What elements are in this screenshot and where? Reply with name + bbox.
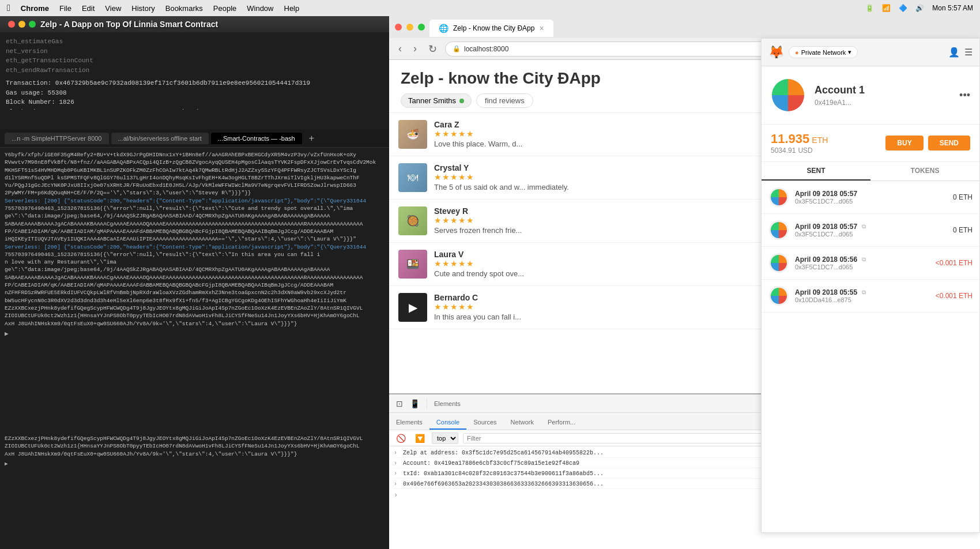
mm-menu-icon[interactable]: ☰ (964, 47, 973, 58)
apple-menu[interactable]:  (7, 3, 10, 13)
min-btn[interactable] (18, 21, 25, 28)
close-btn[interactable] (8, 21, 15, 28)
console-text: 0x496e766f6963653a2023343030386636333632… (403, 481, 604, 487)
console-clear-btn[interactable]: 🚫 (394, 433, 408, 444)
menu-view[interactable]: View (105, 4, 121, 13)
network-label: Private Network (801, 49, 846, 56)
menu-help[interactable]: Help (284, 4, 300, 13)
review-avatar: 🍜 (398, 120, 427, 149)
mm-tx-icon (768, 253, 789, 273)
mm-tx-hash: 0x3F5C1DC7...d065 (795, 231, 947, 238)
devtools-device-btn[interactable]: 📱 (408, 398, 422, 409)
user-badge: Tanner Smiths (401, 93, 472, 108)
terminal-line: eth_sendRawTransaction (6, 66, 383, 76)
main-title-text: Zelp - A Dapp on Top Of Linnia Smart Con… (40, 20, 218, 29)
mm-balance-actions: BUY SEND (885, 136, 970, 151)
mm-buy-button[interactable]: BUY (885, 136, 923, 151)
code-line: 2PyWMY/FM+p6KdQOuqNH+CE/F/P/2Q=='\",\"st… (5, 189, 385, 197)
time-display: Mon 5:57 AM (932, 4, 973, 12)
browser-close-btn[interactable] (395, 24, 402, 31)
lock-icon: 🔒 (453, 45, 461, 52)
review-avatar: 🥘 (398, 206, 427, 235)
menu-people[interactable]: People (213, 4, 236, 13)
code-line: 755703976490463_1523267815136({\"error\"… (5, 251, 385, 258)
browser-tab[interactable]: 🌐 Zelp - Know the City ĐApp × (429, 20, 553, 37)
code-line: FP/CABEIADIAM/qK/AABEIADIAM/qMAPAAAAEAAA… (5, 281, 385, 289)
devtools-panel-name: Elements (434, 400, 461, 407)
mm-tx-icon (768, 285, 789, 306)
devtools-tab-network[interactable]: Network (504, 416, 541, 430)
copy-icon[interactable]: ⧉ (862, 289, 866, 296)
mm-eth-amount: 11.935 (771, 131, 809, 146)
terminal-line: eth_estimateGas (6, 37, 383, 47)
mm-header-right: 👤 ☰ (948, 47, 973, 58)
tab-serverless[interactable]: ...al/bin/serverless offline start (111, 133, 209, 144)
browser-min-btn[interactable] (406, 24, 413, 31)
copy-icon[interactable]: ⧉ (862, 223, 866, 230)
code-line: Serverless: [200] {"statusCode":200,"hea… (5, 243, 385, 251)
mm-tx-date: April 09 2018 05:55 (795, 288, 857, 296)
forward-btn[interactable]: › (410, 42, 420, 56)
mm-network-badge[interactable]: ● Private Network ▾ (789, 46, 858, 58)
console-filter-toggle[interactable]: 🔽 (413, 433, 427, 444)
mm-tab-tokens[interactable]: TOKENS (870, 162, 979, 181)
mm-tx-amount: 0 ETH (953, 193, 973, 201)
menu-file[interactable]: File (59, 4, 71, 13)
mm-tx-info: April 09 2018 05:56 ⧉ 0x3F5C1DC7...d065 (795, 255, 930, 270)
browser-max-btn[interactable] (418, 24, 425, 31)
tab-bash[interactable]: ...Smart-Contracts — -bash (211, 133, 302, 144)
mm-account-section: Account 1 0x419eA1... ••• (762, 66, 979, 125)
devtools-tab-performance[interactable]: Perform... (541, 416, 582, 430)
devtools-tab-console[interactable]: Console (429, 416, 466, 430)
menu-bookmarks[interactable]: Bookmarks (165, 4, 203, 13)
metamask-fox-icon: 🦊 (768, 45, 784, 60)
user-active-dot (459, 99, 464, 103)
mm-account-options-btn[interactable]: ••• (959, 89, 970, 101)
code-line: nZFHFRDSzRWRFUE5ERkdIUFVCQkpLWlRfVnBmbjN… (5, 289, 385, 296)
mm-usd-amount: 5034.91 (771, 146, 796, 155)
volume-icon: 🔊 (915, 4, 924, 12)
terminal-tabs: ...n -m SimpleHTTPServer 8000 ...al/bin/… (0, 129, 389, 148)
menu-window[interactable]: Window (247, 4, 273, 13)
mm-account-address: 0x419eA1... (815, 99, 865, 107)
console-text: txId: 0xab1a301c84c028f32c89163c37544b3e… (403, 471, 604, 477)
mac-menubar:  Chrome File Edit View History Bookmark… (0, 0, 980, 16)
terminal-bottom: EZzXXBCxezjPHnk8ydefifGQegScypHFWCWQDg4T… (0, 431, 389, 549)
mm-tx-amount: <0.001 ETH (936, 259, 973, 267)
mm-send-button[interactable]: SEND (928, 136, 970, 151)
mm-tx-hash: 0x3F5C1DC7...d065 (795, 264, 930, 270)
terminal-gas: Gas usage: 55308 (6, 88, 383, 98)
reload-btn[interactable]: ↻ (425, 42, 440, 57)
copy-icon[interactable]: ⧉ (862, 256, 866, 263)
max-btn[interactable] (29, 21, 36, 28)
find-reviews-button[interactable]: find reviews (476, 93, 533, 108)
devtools-inspect-btn[interactable]: ⊡ (394, 398, 405, 409)
back-btn[interactable]: ‹ (395, 42, 405, 56)
browser-tab-close[interactable]: × (539, 24, 544, 33)
devtools-tab-elements[interactable]: Elements (389, 416, 429, 430)
code-line: AxH J8UAhINHskXm9/0qtFsEuX0+qw0SU660AJh/… (5, 450, 385, 458)
tab-add-btn[interactable]: + (304, 133, 319, 144)
mm-account-icon[interactable]: 👤 (948, 47, 960, 58)
mm-tx-item: April 09 2018 05:56 ⧉ 0x3F5C1DC7...d065 … (762, 247, 979, 280)
tab-http[interactable]: ...n -m SimpleHTTPServer 8000 (5, 133, 109, 144)
terminal-line: eth_getTransactionCount (6, 56, 383, 66)
devtools-tab-sources[interactable]: Sources (466, 416, 503, 430)
mm-account-name: Account 1 (815, 84, 865, 96)
code-line: SABAAEAAAABAAAAJgACABAAAAKBAAAACgAAAAEAA… (5, 220, 385, 228)
menu-history[interactable]: History (131, 4, 154, 13)
mm-tx-hash: 0x3F5C1DC7...d065 (795, 198, 947, 205)
terminal-time: Block Time: Mon Apr 09 2018 05:57:28 GMT… (6, 107, 383, 110)
terminal-line: net_version (6, 47, 383, 57)
mm-account-info: Account 1 0x419eA1... (815, 84, 865, 107)
browser-tab-title: Zelp - Know the City ĐApp (453, 24, 534, 32)
mm-tx-date: April 09 2018 05:56 (795, 255, 857, 264)
review-video-thumbnail[interactable]: ▶ (398, 293, 427, 322)
network-dot: ● (795, 49, 799, 56)
mm-tab-sent[interactable]: SENT (762, 162, 870, 181)
menu-edit[interactable]: Edit (82, 4, 95, 13)
menu-chrome[interactable]: Chrome (21, 4, 49, 13)
console-context-select[interactable]: top (432, 433, 458, 444)
code-line: Y6byfk/xfph/iGE0F35gM4Refy2+BU+V+tkdX9GJ… (5, 151, 385, 159)
code-line: Serverless: [200] {"statusCode":200,"hea… (5, 197, 385, 205)
